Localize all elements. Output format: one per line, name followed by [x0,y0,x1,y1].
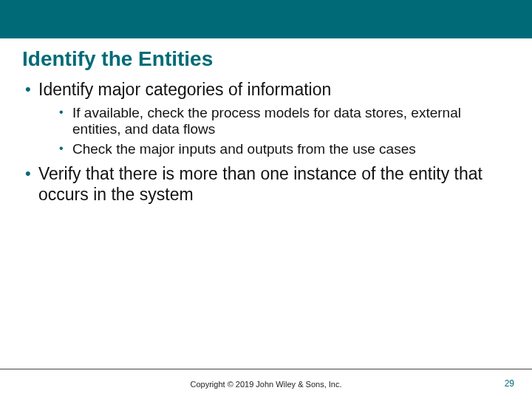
sub-bullet-text: Check the major inputs and outputs from … [72,141,416,157]
footer-divider [0,369,532,369]
bullet-list: Identify major categories of information… [22,80,510,205]
sub-bullet-item: Check the major inputs and outputs from … [59,141,510,158]
sub-bullet-item: If available, check the process models f… [59,105,510,139]
page-number: 29 [505,378,514,389]
slide: Identify the Entities Identify major cat… [0,0,532,399]
sub-bullet-list: If available, check the process models f… [38,105,510,158]
sub-bullet-text: If available, check the process models f… [72,105,461,137]
bullet-text: Identify major categories of information [38,80,331,99]
header-bar [0,0,532,38]
slide-content: Identify major categories of information… [0,75,532,205]
bullet-text: Verify that there is more than one insta… [38,164,482,204]
bullet-item: Identify major categories of information… [22,80,510,158]
bullet-item: Verify that there is more than one insta… [22,164,510,205]
copyright-text: Copyright © 2019 John Wiley & Sons, Inc. [0,380,532,389]
slide-title: Identify the Entities [0,38,532,75]
